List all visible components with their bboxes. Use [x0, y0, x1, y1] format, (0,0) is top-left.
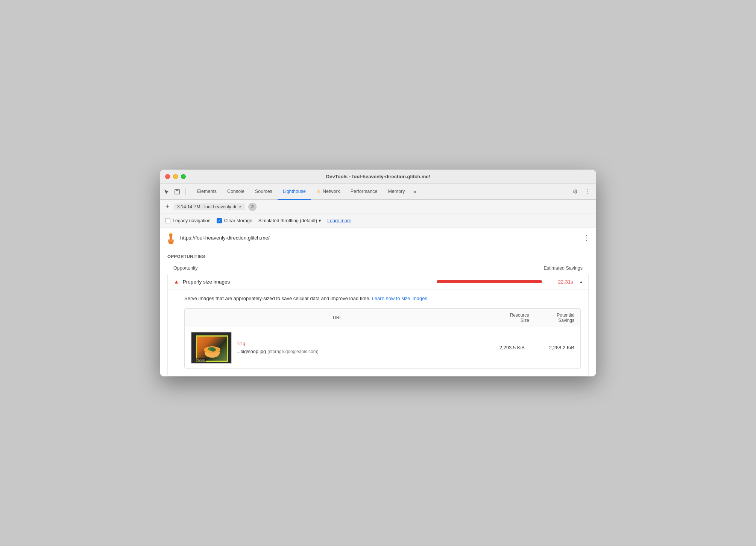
svg-rect-4	[168, 240, 173, 240]
audit-header[interactable]: ▲ Properly size images 22.31s ▴	[168, 274, 588, 289]
clear-storage-label: Clear storage	[224, 218, 252, 223]
detail-url-info: img ...big/soop.jpg (storage.googleapis.…	[237, 341, 475, 355]
svg-rect-7	[169, 234, 173, 235]
thumbnail-label: Soop	[196, 358, 206, 362]
site-header: https://foul-heavenly-direction.glitch.m…	[160, 228, 596, 248]
window-title: DevTools - foul-heavenly-direction.glitc…	[326, 174, 430, 179]
add-tab-button[interactable]: +	[164, 203, 171, 211]
devtools-window: DevTools - foul-heavenly-direction.glitc…	[160, 170, 596, 376]
svg-line-10	[171, 233, 174, 233]
tab-more-button[interactable]: »	[410, 184, 420, 200]
location-bar: + 3:14:14 PM - foul-heavenly-di ⊘	[160, 200, 596, 214]
detail-table: URL ResourceSize PotentialSavings	[184, 308, 581, 369]
thumbnail-highlight	[196, 335, 228, 362]
detail-col-resource-header: ResourceSize	[484, 312, 529, 323]
title-bar: DevTools - foul-heavenly-direction.glitc…	[160, 170, 596, 184]
more-options-button[interactable]: ⋮	[583, 187, 593, 197]
tab-network[interactable]: ⚠ Network	[311, 184, 345, 200]
html-tag-label: img	[237, 341, 475, 346]
audit-properly-size-images: ▲ Properly size images 22.31s ▴ Serve im…	[167, 274, 589, 376]
image-thumbnail: Soop	[191, 332, 232, 364]
table-row: Soop img ...big/soop.jpg (storage.google…	[185, 327, 580, 368]
potential-savings-value: 2,268.2 KiB	[529, 345, 574, 350]
throttling-label: Simulated throttling (default)	[258, 218, 317, 223]
maximize-button[interactable]	[181, 174, 186, 179]
audit-savings-bar	[437, 280, 542, 283]
minimize-button[interactable]	[173, 174, 178, 179]
settings-button[interactable]: ⚙	[570, 187, 580, 197]
detail-col-savings-header: PotentialSavings	[529, 312, 574, 323]
url-domain: (storage.googleapis.com)	[267, 349, 318, 354]
throttling-select[interactable]: Simulated throttling (default) ▾	[258, 218, 321, 223]
tab-sources[interactable]: Sources	[250, 184, 278, 200]
learn-how-link[interactable]: Learn how to size images	[372, 296, 427, 301]
clear-storage-checkbox[interactable]	[217, 218, 222, 223]
tab-memory[interactable]: Memory	[383, 184, 410, 200]
location-pill[interactable]: 3:14:14 PM - foul-heavenly-di	[174, 203, 245, 210]
detail-table-header: URL ResourceSize PotentialSavings	[185, 309, 580, 327]
opportunities-table-header: Opportunity Estimated Savings	[167, 264, 589, 272]
main-content: https://foul-heavenly-direction.glitch.m…	[160, 228, 596, 376]
close-button[interactable]	[165, 174, 170, 179]
col-savings-header: Estimated Savings	[543, 265, 583, 271]
resource-size-value: 2,293.5 KiB	[480, 345, 525, 350]
detail-col-url-header: URL	[191, 315, 484, 320]
svg-line-9	[168, 233, 171, 233]
legacy-nav-checkbox[interactable]	[165, 218, 170, 223]
url-line: ...big/soop.jpg (storage.googleapis.com)	[237, 348, 475, 355]
throttling-chevron-icon: ▾	[319, 218, 321, 223]
site-menu-button[interactable]: ⋮	[583, 234, 590, 242]
audit-estimated-savings: 22.31s	[558, 279, 573, 285]
audit-warning-icon: ▲	[174, 279, 179, 285]
audit-expand-icon[interactable]: ▴	[580, 279, 582, 284]
tab-bar-actions: ⚙ ⋮	[570, 187, 593, 197]
clear-storage-option: Clear storage	[217, 218, 252, 223]
audit-description: Serve images that are appropriately-size…	[184, 290, 581, 308]
traffic-lights	[165, 174, 186, 179]
svg-marker-6	[169, 235, 172, 240]
tab-bar-tools	[163, 188, 187, 196]
options-bar: Legacy navigation Clear storage Simulate…	[160, 214, 596, 228]
tab-performance[interactable]: Performance	[345, 184, 383, 200]
audit-detail: Serve images that are appropriately-size…	[168, 289, 588, 376]
tab-bar: Elements Console Sources Lighthouse ⚠ Ne…	[160, 184, 596, 200]
svg-rect-0	[175, 190, 179, 194]
learn-more-link[interactable]: Learn more	[327, 218, 351, 223]
timestamp-label: 3:14:14 PM - foul-heavenly-di	[177, 204, 236, 209]
tab-elements[interactable]: Elements	[192, 184, 222, 200]
col-opportunity-header: Opportunity	[173, 265, 543, 271]
legacy-nav-option: Legacy navigation	[165, 218, 211, 223]
audit-title: Properly size images	[183, 279, 433, 285]
cursor-icon[interactable]	[163, 188, 170, 196]
warning-icon: ⚠	[316, 188, 321, 194]
site-url: https://foul-heavenly-direction.glitch.m…	[180, 235, 579, 241]
lighthouse-logo	[166, 233, 176, 243]
inspector-icon[interactable]	[173, 188, 181, 196]
url-path: ...big/soop.jpg	[237, 349, 266, 354]
svg-rect-5	[168, 241, 173, 241]
audit-bar-container	[437, 280, 550, 283]
tab-console[interactable]: Console	[222, 184, 250, 200]
tab-separator	[185, 188, 186, 195]
opportunities-title: OPPORTUNITIES	[167, 254, 589, 259]
stop-button[interactable]: ⊘	[248, 203, 257, 211]
legacy-nav-label: Legacy navigation	[173, 218, 211, 223]
tab-lighthouse[interactable]: Lighthouse	[278, 184, 311, 200]
opportunities-section: OPPORTUNITIES Opportunity Estimated Savi…	[160, 248, 596, 376]
